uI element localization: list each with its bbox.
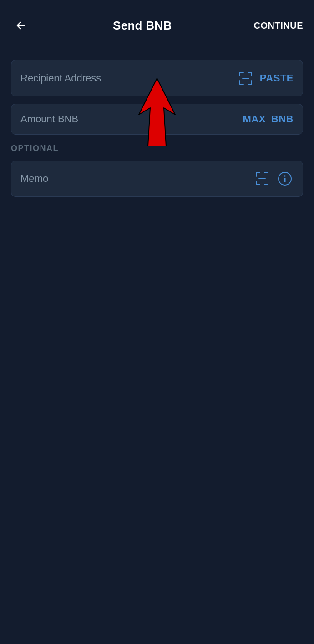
svg-point-21: [284, 175, 286, 177]
main-content: Recipient Address PASTE: [0, 51, 314, 213]
recipient-address-field[interactable]: Recipient Address PASTE: [11, 60, 303, 96]
svg-rect-20: [284, 178, 286, 182]
recipient-address-label: Recipient Address: [20, 72, 101, 84]
svg-rect-17: [268, 181, 268, 185]
svg-rect-8: [242, 78, 249, 79]
info-circle-icon[interactable]: [276, 170, 294, 187]
back-button[interactable]: [11, 15, 31, 35]
optional-section: OPTIONAL Memo: [11, 144, 303, 197]
svg-rect-3: [251, 72, 252, 76]
amount-actions: MAX BNB: [243, 113, 294, 125]
app-header: Send BNB CONTINUE: [0, 0, 314, 51]
optional-label: OPTIONAL: [11, 144, 303, 153]
svg-rect-15: [256, 181, 257, 185]
memo-field[interactable]: Memo: [11, 161, 303, 197]
svg-rect-13: [268, 172, 268, 177]
svg-rect-18: [258, 178, 266, 179]
page-title: Send BNB: [113, 19, 172, 33]
bnb-currency-label: BNB: [271, 113, 294, 125]
amount-bnb-label: Amount BNB: [20, 113, 78, 125]
memo-qr-scan-icon[interactable]: [253, 170, 271, 187]
memo-actions: [253, 170, 294, 187]
recipient-actions: PASTE: [237, 70, 294, 87]
svg-rect-5: [239, 80, 240, 85]
svg-rect-7: [251, 80, 252, 85]
memo-label: Memo: [20, 173, 48, 185]
svg-rect-1: [239, 72, 240, 76]
amount-bnb-field[interactable]: Amount BNB MAX BNB: [11, 104, 303, 135]
qr-scan-icon[interactable]: [237, 70, 254, 87]
max-button[interactable]: MAX: [243, 113, 265, 125]
paste-button[interactable]: PASTE: [260, 72, 294, 84]
svg-rect-11: [256, 172, 257, 177]
continue-button[interactable]: CONTINUE: [254, 20, 303, 31]
